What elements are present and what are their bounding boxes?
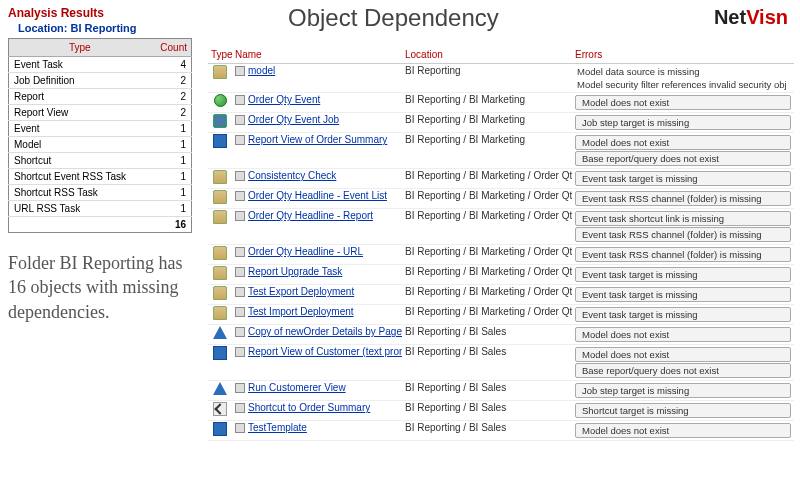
summary-row: Event Task4 xyxy=(9,57,192,73)
object-link[interactable]: Report View of Order Summary xyxy=(248,134,387,145)
summary-type: Shortcut xyxy=(9,153,151,169)
brand-logo: NetVisn xyxy=(714,6,788,29)
grid-row: Run Customerer ViewBI Reporting / BI Sal… xyxy=(208,381,794,401)
object-link[interactable]: Consistentcy Check xyxy=(248,170,336,181)
error-badge: Event task target is missing xyxy=(575,287,791,302)
object-location: BI Reporting / BI Marketing / Order Qty … xyxy=(402,245,572,265)
object-icon xyxy=(235,247,245,257)
object-icon xyxy=(235,191,245,201)
object-location: BI Reporting / BI Marketing / Order Qty … xyxy=(402,265,572,285)
grid-row: Order Qty Headline - ReportBI Reporting … xyxy=(208,209,794,245)
object-icon xyxy=(235,211,245,221)
summary-row: Model1 xyxy=(9,137,192,153)
grid-row: Report View of Order SummaryBI Reporting… xyxy=(208,133,794,169)
object-link[interactable]: Report View of Customer (text prompt) xyxy=(248,346,402,357)
grid-row: Shortcut to Order SummaryBI Reporting / … xyxy=(208,401,794,421)
summary-count: 2 xyxy=(151,89,192,105)
error-text: Model data source is missing xyxy=(575,65,791,78)
object-location: BI Reporting / BI Marketing xyxy=(402,113,572,133)
summary-row: URL RSS Task1 xyxy=(9,201,192,217)
ball-icon xyxy=(214,94,227,107)
object-location: BI Reporting / BI Marketing / Order Qty … xyxy=(402,285,572,305)
summary-type: Shortcut Event RSS Task xyxy=(9,169,151,185)
object-icon xyxy=(235,171,245,181)
summary-count: 2 xyxy=(151,73,192,89)
summary-header-count: Count xyxy=(151,39,192,57)
error-badge: Base report/query does not exist xyxy=(575,363,791,378)
summary-type: Shortcut RSS Task xyxy=(9,185,151,201)
object-link[interactable]: TestTemplate xyxy=(248,422,307,433)
clip-icon xyxy=(213,190,227,204)
object-icon xyxy=(235,95,245,105)
object-icon xyxy=(235,287,245,297)
tri-icon xyxy=(213,326,227,339)
object-link[interactable]: Order Qty Event Job xyxy=(248,114,339,125)
object-location: BI Reporting / BI Marketing / Order Qty … xyxy=(402,209,572,245)
object-link[interactable]: Order Qty Event xyxy=(248,94,320,105)
object-icon xyxy=(235,115,245,125)
object-icon xyxy=(235,403,245,413)
summary-type: Event Task xyxy=(9,57,151,73)
object-link[interactable]: model xyxy=(248,65,275,76)
object-link[interactable]: Order Qty Headline - Report xyxy=(248,210,373,221)
object-link[interactable]: Test Import Deployment xyxy=(248,306,354,317)
summary-type: Report View xyxy=(9,105,151,121)
object-icon xyxy=(235,423,245,433)
object-location: BI Reporting / BI Marketing / Order Qty … xyxy=(402,169,572,189)
grid-header-type: Type xyxy=(208,46,232,64)
error-badge: Job step target is missing xyxy=(575,115,791,130)
summary-type: Report xyxy=(9,89,151,105)
gears-icon xyxy=(213,114,227,128)
summary-header-type: Type xyxy=(9,39,151,57)
summary-row: Shortcut1 xyxy=(9,153,192,169)
error-badge: Model does not exist xyxy=(575,135,791,150)
object-link[interactable]: Run Customerer View xyxy=(248,382,346,393)
object-link[interactable]: Report Upgrade Task xyxy=(248,266,342,277)
summary-count: 1 xyxy=(151,153,192,169)
location-label: Location: BI Reporting xyxy=(8,22,192,34)
clip-icon xyxy=(213,65,227,79)
object-location: BI Reporting / BI Sales xyxy=(402,345,572,381)
summary-type: Job Definition xyxy=(9,73,151,89)
grid-row: Order Qty Event JobBI Reporting / BI Mar… xyxy=(208,113,794,133)
summary-count: 1 xyxy=(151,201,192,217)
error-badge: Shortcut target is missing xyxy=(575,403,791,418)
summary-type: Model xyxy=(9,137,151,153)
error-badge: Job step target is missing xyxy=(575,383,791,398)
blue-icon xyxy=(213,134,227,148)
error-badge: Event task shortcut link is missing xyxy=(575,211,791,226)
blue-icon xyxy=(213,422,227,436)
object-link[interactable]: Order Qty Headline - Event List xyxy=(248,190,387,201)
clip-icon xyxy=(213,286,227,300)
object-link[interactable]: Test Export Deployment xyxy=(248,286,354,297)
error-badge: Model does not exist xyxy=(575,95,791,110)
clip-icon xyxy=(213,210,227,224)
summary-table: Type Count Event Task4Job Definition2Rep… xyxy=(8,38,192,233)
grid-row: Test Import DeploymentBI Reporting / BI … xyxy=(208,305,794,325)
summary-row: Report2 xyxy=(9,89,192,105)
object-location: BI Reporting / BI Sales xyxy=(402,381,572,401)
summary-count: 1 xyxy=(151,185,192,201)
summary-type: Event xyxy=(9,121,151,137)
error-badge: Event task RSS channel (folder) is missi… xyxy=(575,227,791,242)
grid-header-location: Location xyxy=(402,46,572,64)
analysis-title: Analysis Results xyxy=(8,6,192,20)
error-badge: Model does not exist xyxy=(575,423,791,438)
object-link[interactable]: Shortcut to Order Summary xyxy=(248,402,370,413)
object-icon xyxy=(235,66,245,76)
error-badge: Model does not exist xyxy=(575,327,791,342)
object-link[interactable]: Order Qty Headline - URL xyxy=(248,246,363,257)
object-icon xyxy=(235,135,245,145)
grid-row: Copy of newOrder Details by Page2BI Repo… xyxy=(208,325,794,345)
error-badge: Event task target is missing xyxy=(575,171,791,186)
dependency-grid: Type Name Location Errors modelBI Report… xyxy=(208,46,794,441)
summary-blurb: Folder BI Reporting has 16 objects with … xyxy=(8,251,192,324)
summary-row: Job Definition2 xyxy=(9,73,192,89)
clip-icon xyxy=(213,306,227,320)
object-location: BI Reporting xyxy=(402,64,572,93)
object-link[interactable]: Copy of newOrder Details by Page2 xyxy=(248,326,402,337)
grid-row: Report View of Customer (text prompt)BI … xyxy=(208,345,794,381)
summary-total: 16 xyxy=(151,217,192,233)
error-badge: Event task target is missing xyxy=(575,267,791,282)
object-location: BI Reporting / BI Marketing / Order Qty … xyxy=(402,305,572,325)
